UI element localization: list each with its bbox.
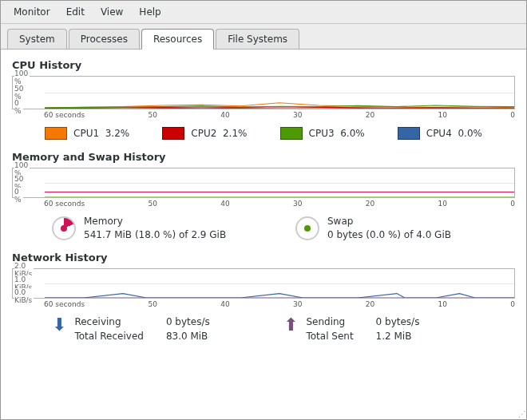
cpu-plot <box>45 77 514 109</box>
legend-label: CPU1 3.2% <box>73 128 129 139</box>
swap-value: 0 bytes (0.0 %) of 4.0 GiB <box>327 229 451 240</box>
download-icon: ⬇ <box>52 316 66 342</box>
cpu-xaxis: 60 seconds 50 40 30 20 10 0 <box>44 111 515 119</box>
cpu3-swatch <box>280 127 303 140</box>
total-received-value: 83.0 MiB <box>166 331 210 342</box>
memory-history-title: Memory and Swap History <box>12 151 515 163</box>
tab-system[interactable]: System <box>7 29 67 49</box>
cpu-history-section: CPU History 100 % 50 % 0 % 60 seconds 50… <box>12 59 515 140</box>
legend-label: CPU3 6.0% <box>309 128 365 139</box>
y-label: 0.0 KiB/s <box>14 288 34 304</box>
memory-chart: 100 % 50 % 0 % <box>12 168 515 198</box>
cpu-legend-entry[interactable]: CPU4 0.0% <box>398 127 482 140</box>
receiving-detail: ⬇ Receiving 0 bytes/s Total Received 83.… <box>52 316 283 342</box>
cpu-chart: 100 % 50 % 0 % <box>12 76 515 109</box>
content-area: CPU History 100 % 50 % 0 % 60 seconds 50… <box>1 49 526 420</box>
cpu1-swatch <box>45 127 67 140</box>
memory-history-section: Memory and Swap History 100 % 50 % 0 % 6… <box>12 151 515 240</box>
sending-label: Sending <box>306 316 353 327</box>
tab-filesystems[interactable]: File Systems <box>216 29 299 49</box>
menubar: Monitor Edit View Help <box>1 1 526 24</box>
y-label: 100 % <box>14 69 30 85</box>
memory-pie-icon <box>52 216 76 240</box>
cpu-history-title: CPU History <box>12 59 515 71</box>
receiving-label: Receiving <box>74 316 143 327</box>
swap-pie-icon <box>295 216 319 240</box>
memory-xaxis: 60 seconds 50 40 30 20 10 0 <box>44 200 515 208</box>
y-label: 50 % <box>14 85 25 101</box>
network-chart: 2.0 KiB/s 1.0 KiB/s 0.0 KiB/s <box>12 268 515 299</box>
menu-help[interactable]: Help <box>131 4 168 20</box>
cpu-legend-entry[interactable]: CPU2 2.1% <box>162 127 247 140</box>
y-label: 0 % <box>14 188 23 204</box>
memory-plot <box>45 168 514 197</box>
total-sent-value: 1.2 MiB <box>376 331 420 342</box>
menu-view[interactable]: View <box>93 4 131 20</box>
cpu4-swatch <box>398 127 420 140</box>
total-sent-label: Total Sent <box>306 331 353 342</box>
cpu-legend-entry[interactable]: CPU1 3.2% <box>45 127 129 140</box>
legend-label: CPU2 2.1% <box>191 128 247 139</box>
swap-label: Swap <box>327 216 451 227</box>
network-history-title: Network History <box>12 252 515 263</box>
tab-processes[interactable]: Processes <box>69 29 140 49</box>
total-received-label: Total Received <box>74 331 143 342</box>
memory-detail: Memory 541.7 MiB (18.0 %) of 2.9 GiB <box>52 216 271 240</box>
tab-resources[interactable]: Resources <box>141 29 214 49</box>
menu-monitor[interactable]: Monitor <box>6 4 58 20</box>
cpu2-swatch <box>162 127 184 140</box>
upload-icon: ⬆ <box>283 316 298 342</box>
menu-edit[interactable]: Edit <box>58 4 93 20</box>
network-plot <box>45 269 514 298</box>
legend-label: CPU4 0.0% <box>426 128 482 139</box>
network-xaxis: 60 seconds 50 40 30 20 10 0 <box>44 300 515 308</box>
memory-value: 541.7 MiB (18.0 %) of 2.9 GiB <box>84 229 226 240</box>
receiving-rate: 0 bytes/s <box>166 316 210 327</box>
cpu-legend: CPU1 3.2% CPU2 2.1% CPU3 6.0% CPU4 0.0% <box>12 127 515 140</box>
sending-detail: ⬆ Sending 0 bytes/s Total Sent 1.2 MiB <box>283 316 515 342</box>
memory-label: Memory <box>84 216 226 227</box>
network-history-section: Network History 2.0 KiB/s 1.0 KiB/s 0.0 … <box>12 252 515 342</box>
tab-bar: System Processes Resources File Systems <box>1 24 526 49</box>
resize-grip-icon[interactable]: ⋰ <box>518 410 525 418</box>
swap-detail: Swap 0 bytes (0.0 %) of 4.0 GiB <box>295 216 515 240</box>
sending-rate: 0 bytes/s <box>376 316 420 327</box>
cpu-legend-entry[interactable]: CPU3 6.0% <box>280 127 365 140</box>
y-label: 0 % <box>14 99 23 115</box>
